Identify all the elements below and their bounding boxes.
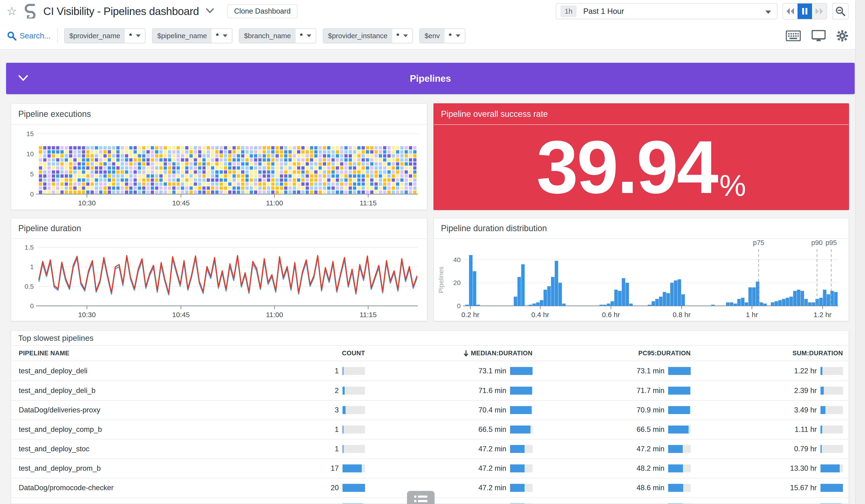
svg-text:p75: p75 [753, 239, 764, 246]
pause-button[interactable] [797, 3, 812, 19]
filter-pill-env[interactable]: $env * [419, 28, 465, 43]
table-row[interactable]: DataDog/deliveries-proxy370.4 min70.9 mi… [11, 400, 849, 420]
time-back-button[interactable] [783, 3, 797, 19]
svg-text:0: 0 [457, 302, 461, 309]
pipeline-duration-chart[interactable]: 00.511.510:3010:4511:0011:15 [11, 239, 427, 321]
pipelines-logo-icon [23, 3, 37, 20]
pc95-bar [668, 406, 691, 414]
count-cell: 2 [257, 386, 365, 395]
fullscreen-tv-icon[interactable] [811, 30, 826, 42]
pc95-bar [668, 484, 691, 492]
col-pc95-duration[interactable]: PC95:DURATION [532, 350, 691, 357]
sum-bar [820, 465, 843, 472]
count-bar [343, 484, 365, 492]
pc95-bar [668, 425, 691, 434]
pipeline-name[interactable]: test_and_deploy_prom [19, 503, 257, 504]
median-bar [510, 387, 532, 395]
collapse-chevron-icon[interactable] [18, 75, 28, 82]
sum-bar [820, 406, 843, 414]
svg-text:0: 0 [30, 191, 34, 198]
panel-top-slowest-pipelines: Top slowest pipelines PIPELINE NAME COUN… [11, 330, 849, 504]
time-range-label: Past 1 Hour [583, 7, 624, 16]
title-chevron-down-icon[interactable] [206, 8, 214, 14]
caret-down-icon [222, 34, 228, 37]
svg-text:p95: p95 [826, 239, 837, 246]
divider [57, 28, 58, 43]
svg-text:11:00: 11:00 [266, 311, 283, 318]
pipeline-name[interactable]: DataDog/promocode-checker [19, 484, 257, 492]
col-sum-duration[interactable]: SUM:DURATION [691, 350, 843, 357]
success-rate-value[interactable]: 39.94 % [434, 125, 849, 209]
median-bar [510, 484, 532, 492]
median-cell: 73.1 min [365, 367, 532, 375]
pc95-cell: 70.9 min [532, 406, 691, 414]
template-variable-bar: Search... $provider_name * $pipeline_nam… [0, 23, 855, 50]
pc95-bar [668, 445, 691, 453]
sum-bar [820, 484, 843, 492]
scrollbar-gutter[interactable] [855, 0, 865, 504]
table-header-row: PIPELINE NAME COUNT MEDIAN:DURATION PC95… [11, 346, 849, 361]
svg-text:20: 20 [453, 279, 461, 286]
filter-pill-provider-name[interactable]: $provider_name * [64, 28, 146, 43]
gear-icon[interactable] [837, 30, 848, 42]
median-bar [510, 445, 532, 453]
pc95-bar [668, 387, 691, 395]
svg-text:0.4 hr: 0.4 hr [531, 311, 550, 318]
pipeline-executions-chart[interactable]: 05101510:3010:4511:0011:15 [11, 125, 427, 210]
table-row[interactable]: test_and_deploy_deli173.1 min73.1 min1.2… [11, 361, 849, 380]
pipeline-name[interactable]: test_and_deploy_stoc [19, 445, 257, 453]
time-range-caret-icon [765, 10, 771, 15]
table-row[interactable]: test_and_deploy_prom_b1747.2 min48.2 min… [11, 458, 849, 478]
list-icon [413, 495, 428, 504]
svg-text:1: 1 [30, 263, 34, 270]
median-bar [510, 367, 532, 375]
count-cell: 20 [257, 484, 365, 492]
count-bar [343, 445, 365, 453]
svg-text:1.5: 1.5 [25, 244, 34, 251]
filter-pill-provider-instance[interactable]: $provider_instance * [323, 28, 413, 43]
svg-text:1.2 hr: 1.2 hr [814, 311, 832, 318]
svg-text:10: 10 [26, 150, 34, 157]
table-row[interactable]: test_and_deploy_comp_b166.5 min66.5 min1… [11, 420, 849, 439]
clone-dashboard-button[interactable]: Clone Dashboard [227, 4, 298, 18]
table-body: test_and_deploy_deli173.1 min73.1 min1.2… [11, 361, 849, 504]
svg-text:40: 40 [453, 256, 461, 263]
duration-distribution-chart[interactable]: 020400.2 hr0.4 hr0.6 hr0.8 hr1 hr1.2 hrP… [434, 239, 849, 321]
keyboard-icon[interactable] [786, 31, 801, 41]
pc95-cell: 48.6 min [532, 484, 691, 492]
svg-text:Pipelines: Pipelines [437, 267, 445, 293]
filter-pill-branch-name[interactable]: $branch_name * [239, 28, 316, 43]
pc95-cell: 48.2 min [532, 464, 691, 473]
col-median-duration[interactable]: MEDIAN:DURATION [365, 350, 532, 357]
count-cell: 17 [257, 464, 365, 473]
pipeline-name[interactable]: DataDog/deliveries-proxy [19, 406, 257, 414]
top-bar: ☆ CI Visibility - Pipelines dashboard Cl… [0, 0, 855, 23]
favorite-star-icon[interactable]: ☆ [7, 5, 17, 17]
pipelines-group-banner[interactable]: Pipelines [6, 63, 855, 94]
filter-pill-pipeline-name[interactable]: $pipeline_name * [152, 28, 232, 43]
sum-cell: 1.22 hr [691, 367, 843, 375]
median-cell: 47.0 min [365, 503, 532, 504]
pipeline-name[interactable]: test_and_deploy_prom_b [19, 464, 257, 473]
pipeline-name[interactable]: test_and_deploy_deli [19, 367, 257, 375]
success-rate-unit: % [719, 168, 746, 202]
floating-list-button[interactable] [407, 491, 435, 504]
time-forward-button[interactable] [812, 3, 827, 19]
pc95-cell: 66.5 min [532, 425, 691, 434]
count-bar [343, 465, 365, 472]
sum-cell: 14.07 hr [691, 503, 843, 504]
pc95-bar [668, 465, 691, 472]
pc95-cell: 47.2 min [532, 445, 691, 453]
time-range-picker[interactable]: 1h Past 1 Hour [556, 3, 777, 19]
zoom-out-button[interactable] [832, 3, 849, 20]
count-cell: 3 [257, 406, 365, 414]
pipeline-name[interactable]: test_and_deploy_deli_b [19, 386, 257, 395]
table-row[interactable]: test_and_deploy_deli_b271.6 min71.7 min2… [11, 380, 849, 400]
svg-text:0.6 hr: 0.6 hr [602, 311, 620, 318]
col-pipeline-name[interactable]: PIPELINE NAME [19, 350, 257, 357]
search-control[interactable]: Search... [7, 31, 50, 40]
table-row[interactable]: test_and_deploy_stoc147.2 min47.2 min0.7… [11, 439, 849, 458]
col-count[interactable]: COUNT [257, 350, 365, 357]
svg-text:11:15: 11:15 [360, 311, 377, 318]
pipeline-name[interactable]: test_and_deploy_comp_b [19, 425, 257, 434]
